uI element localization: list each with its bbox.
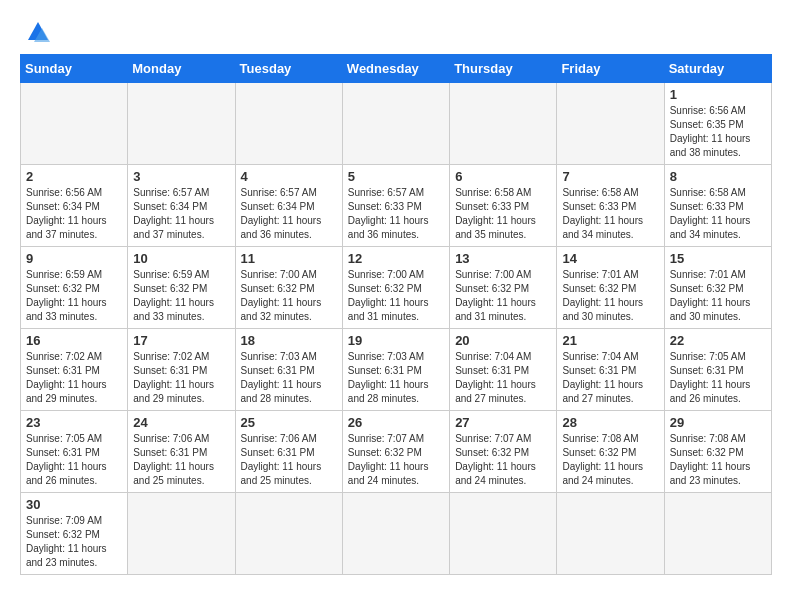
day-info: Sunrise: 6:58 AM Sunset: 6:33 PM Dayligh… [562,186,658,242]
day-number: 3 [133,169,229,184]
calendar-cell [557,83,664,165]
day-number: 9 [26,251,122,266]
calendar-week-row: 16Sunrise: 7:02 AM Sunset: 6:31 PM Dayli… [21,329,772,411]
day-info: Sunrise: 7:06 AM Sunset: 6:31 PM Dayligh… [241,432,337,488]
day-number: 10 [133,251,229,266]
day-info: Sunrise: 7:07 AM Sunset: 6:32 PM Dayligh… [455,432,551,488]
calendar-cell [664,493,771,575]
day-of-week-header: Tuesday [235,55,342,83]
day-info: Sunrise: 7:09 AM Sunset: 6:32 PM Dayligh… [26,514,122,570]
day-info: Sunrise: 6:57 AM Sunset: 6:33 PM Dayligh… [348,186,444,242]
day-number: 27 [455,415,551,430]
calendar-cell: 29Sunrise: 7:08 AM Sunset: 6:32 PM Dayli… [664,411,771,493]
day-number: 25 [241,415,337,430]
calendar-cell: 2Sunrise: 6:56 AM Sunset: 6:34 PM Daylig… [21,165,128,247]
calendar-cell: 14Sunrise: 7:01 AM Sunset: 6:32 PM Dayli… [557,247,664,329]
day-info: Sunrise: 7:03 AM Sunset: 6:31 PM Dayligh… [348,350,444,406]
day-of-week-header: Saturday [664,55,771,83]
day-number: 6 [455,169,551,184]
day-number: 8 [670,169,766,184]
day-info: Sunrise: 7:05 AM Sunset: 6:31 PM Dayligh… [26,432,122,488]
day-number: 16 [26,333,122,348]
calendar-cell: 21Sunrise: 7:04 AM Sunset: 6:31 PM Dayli… [557,329,664,411]
day-info: Sunrise: 6:56 AM Sunset: 6:34 PM Dayligh… [26,186,122,242]
calendar-cell: 20Sunrise: 7:04 AM Sunset: 6:31 PM Dayli… [450,329,557,411]
calendar-cell: 3Sunrise: 6:57 AM Sunset: 6:34 PM Daylig… [128,165,235,247]
day-info: Sunrise: 7:01 AM Sunset: 6:32 PM Dayligh… [562,268,658,324]
day-of-week-header: Thursday [450,55,557,83]
day-number: 21 [562,333,658,348]
calendar-cell: 8Sunrise: 6:58 AM Sunset: 6:33 PM Daylig… [664,165,771,247]
day-info: Sunrise: 7:08 AM Sunset: 6:32 PM Dayligh… [670,432,766,488]
day-info: Sunrise: 6:58 AM Sunset: 6:33 PM Dayligh… [670,186,766,242]
day-info: Sunrise: 6:59 AM Sunset: 6:32 PM Dayligh… [133,268,229,324]
day-of-week-header: Monday [128,55,235,83]
calendar-cell: 5Sunrise: 6:57 AM Sunset: 6:33 PM Daylig… [342,165,449,247]
calendar-cell: 22Sunrise: 7:05 AM Sunset: 6:31 PM Dayli… [664,329,771,411]
day-number: 24 [133,415,229,430]
day-of-week-header: Friday [557,55,664,83]
calendar-week-row: 23Sunrise: 7:05 AM Sunset: 6:31 PM Dayli… [21,411,772,493]
calendar-cell: 19Sunrise: 7:03 AM Sunset: 6:31 PM Dayli… [342,329,449,411]
calendar-cell: 18Sunrise: 7:03 AM Sunset: 6:31 PM Dayli… [235,329,342,411]
day-number: 5 [348,169,444,184]
day-info: Sunrise: 7:01 AM Sunset: 6:32 PM Dayligh… [670,268,766,324]
calendar-table: SundayMondayTuesdayWednesdayThursdayFrid… [20,54,772,575]
calendar-cell: 4Sunrise: 6:57 AM Sunset: 6:34 PM Daylig… [235,165,342,247]
day-number: 20 [455,333,551,348]
calendar-week-row: 2Sunrise: 6:56 AM Sunset: 6:34 PM Daylig… [21,165,772,247]
calendar-cell [450,493,557,575]
day-number: 17 [133,333,229,348]
day-number: 1 [670,87,766,102]
day-info: Sunrise: 6:57 AM Sunset: 6:34 PM Dayligh… [241,186,337,242]
calendar-cell: 10Sunrise: 6:59 AM Sunset: 6:32 PM Dayli… [128,247,235,329]
calendar-header-row: SundayMondayTuesdayWednesdayThursdayFrid… [21,55,772,83]
calendar-cell [557,493,664,575]
day-info: Sunrise: 7:05 AM Sunset: 6:31 PM Dayligh… [670,350,766,406]
calendar-cell: 15Sunrise: 7:01 AM Sunset: 6:32 PM Dayli… [664,247,771,329]
calendar-cell: 24Sunrise: 7:06 AM Sunset: 6:31 PM Dayli… [128,411,235,493]
logo [20,20,50,44]
day-number: 15 [670,251,766,266]
day-number: 18 [241,333,337,348]
day-number: 22 [670,333,766,348]
day-number: 2 [26,169,122,184]
calendar-cell: 13Sunrise: 7:00 AM Sunset: 6:32 PM Dayli… [450,247,557,329]
day-info: Sunrise: 7:06 AM Sunset: 6:31 PM Dayligh… [133,432,229,488]
calendar-week-row: 1Sunrise: 6:56 AM Sunset: 6:35 PM Daylig… [21,83,772,165]
day-info: Sunrise: 7:04 AM Sunset: 6:31 PM Dayligh… [455,350,551,406]
calendar-cell [342,493,449,575]
day-number: 13 [455,251,551,266]
day-info: Sunrise: 7:00 AM Sunset: 6:32 PM Dayligh… [241,268,337,324]
day-number: 26 [348,415,444,430]
calendar-cell [21,83,128,165]
calendar-cell: 1Sunrise: 6:56 AM Sunset: 6:35 PM Daylig… [664,83,771,165]
calendar-cell: 28Sunrise: 7:08 AM Sunset: 6:32 PM Dayli… [557,411,664,493]
day-number: 28 [562,415,658,430]
calendar-cell: 16Sunrise: 7:02 AM Sunset: 6:31 PM Dayli… [21,329,128,411]
day-number: 4 [241,169,337,184]
calendar-cell [450,83,557,165]
day-info: Sunrise: 7:07 AM Sunset: 6:32 PM Dayligh… [348,432,444,488]
calendar-week-row: 30Sunrise: 7:09 AM Sunset: 6:32 PM Dayli… [21,493,772,575]
page-header [20,20,772,44]
day-number: 7 [562,169,658,184]
calendar-cell: 23Sunrise: 7:05 AM Sunset: 6:31 PM Dayli… [21,411,128,493]
day-info: Sunrise: 7:02 AM Sunset: 6:31 PM Dayligh… [26,350,122,406]
calendar-cell [128,493,235,575]
day-info: Sunrise: 7:00 AM Sunset: 6:32 PM Dayligh… [348,268,444,324]
calendar-cell [128,83,235,165]
day-number: 29 [670,415,766,430]
day-info: Sunrise: 7:00 AM Sunset: 6:32 PM Dayligh… [455,268,551,324]
day-number: 12 [348,251,444,266]
day-number: 30 [26,497,122,512]
calendar-cell: 11Sunrise: 7:00 AM Sunset: 6:32 PM Dayli… [235,247,342,329]
day-info: Sunrise: 6:58 AM Sunset: 6:33 PM Dayligh… [455,186,551,242]
calendar-cell: 9Sunrise: 6:59 AM Sunset: 6:32 PM Daylig… [21,247,128,329]
day-number: 23 [26,415,122,430]
calendar-cell: 7Sunrise: 6:58 AM Sunset: 6:33 PM Daylig… [557,165,664,247]
calendar-cell: 25Sunrise: 7:06 AM Sunset: 6:31 PM Dayli… [235,411,342,493]
calendar-cell: 17Sunrise: 7:02 AM Sunset: 6:31 PM Dayli… [128,329,235,411]
calendar-cell: 12Sunrise: 7:00 AM Sunset: 6:32 PM Dayli… [342,247,449,329]
calendar-week-row: 9Sunrise: 6:59 AM Sunset: 6:32 PM Daylig… [21,247,772,329]
